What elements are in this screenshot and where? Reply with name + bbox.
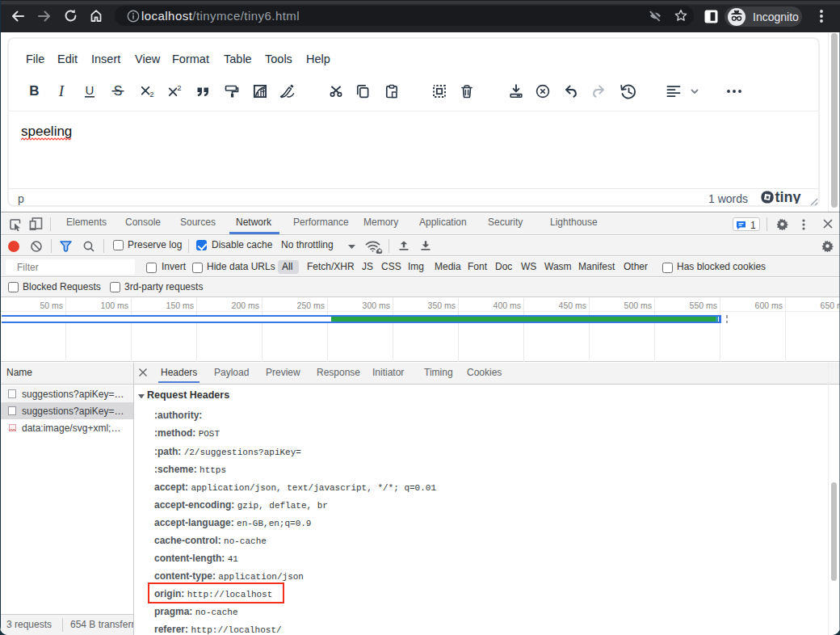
svg-text:2: 2 bbox=[149, 90, 153, 99]
svg-text:2: 2 bbox=[177, 83, 181, 92]
svg-text:U: U bbox=[86, 83, 94, 97]
svg-text:tiny: tiny bbox=[775, 191, 801, 204]
